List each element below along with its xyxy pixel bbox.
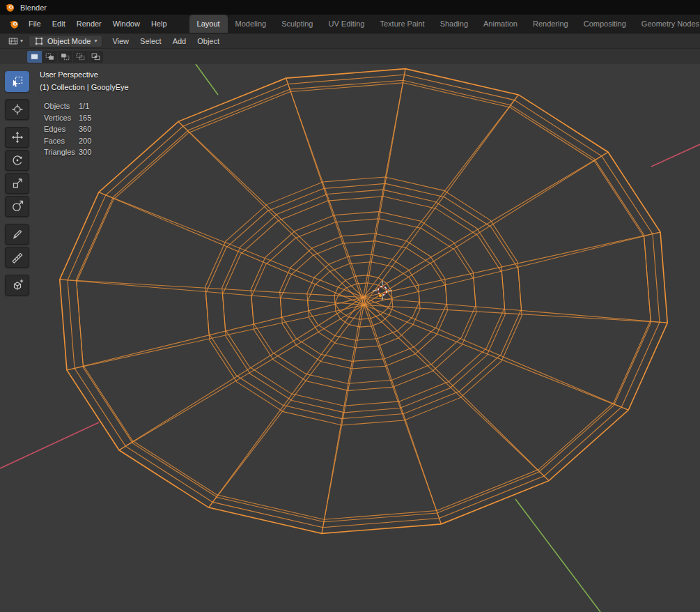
tab-uv-editing[interactable]: UV Editing: [320, 15, 372, 33]
selection-mode-intersect-button[interactable]: [88, 51, 103, 63]
stat-row-vertices: Vertices165: [44, 112, 91, 124]
object-origin-dot: [379, 294, 382, 298]
menu-edit[interactable]: Edit: [47, 15, 71, 33]
axis-y-line: [196, 64, 218, 95]
cursor-tool-icon: [11, 103, 24, 116]
tab-shading[interactable]: Shading: [433, 15, 476, 33]
tool-annotate-button[interactable]: [5, 224, 29, 245]
tool-measure-button[interactable]: [5, 247, 29, 268]
menu-object[interactable]: Object: [192, 33, 225, 49]
stat-row-objects: Objects1/1: [44, 100, 91, 112]
select-set-icon: [29, 52, 40, 62]
wireframe-object[interactable]: [45, 64, 682, 553]
viewport-3d: User Perspective (1) Collection | Googly…: [0, 64, 700, 612]
stat-label: Objects: [44, 100, 79, 112]
statistics-overlay: Objects1/1Vertices165Edges360Faces200Tri…: [44, 100, 91, 158]
object-mode-icon: [34, 36, 44, 46]
measure-icon: [11, 251, 24, 263]
tool-move-button[interactable]: [5, 127, 29, 148]
tab-texture-paint[interactable]: Texture Paint: [372, 15, 432, 33]
tool-rotate-button[interactable]: [5, 150, 29, 171]
axis-lines: [0, 64, 700, 612]
tool-transform-button[interactable]: [5, 196, 29, 217]
mode-label: Object Mode: [47, 37, 91, 45]
topbar: FileEditRenderWindowHelp LayoutModelingS…: [0, 15, 700, 33]
tab-layout[interactable]: Layout: [189, 15, 228, 33]
editor-type-button[interactable]: ▾: [5, 35, 26, 47]
stat-row-triangles: Triangles300: [44, 146, 91, 158]
stat-row-faces: Faces200: [44, 135, 91, 147]
select-invert-icon: [75, 52, 86, 62]
menu-file[interactable]: File: [23, 15, 47, 33]
view-perspective-label: User Perspective: [40, 70, 129, 79]
select-intersect-icon: [91, 52, 101, 62]
window-title: Blender: [20, 3, 47, 12]
mode-dropdown[interactable]: Object Mode ▾: [29, 35, 102, 47]
stat-label: Vertices: [44, 112, 79, 124]
tab-compositing[interactable]: Compositing: [576, 15, 634, 33]
stat-value: 1/1: [79, 100, 89, 112]
stat-value: 300: [79, 146, 91, 158]
tab-sculpting[interactable]: Sculpting: [274, 15, 320, 33]
select-extend-icon: [45, 52, 55, 62]
stat-label: Triangles: [44, 146, 79, 158]
axis-x-line: [651, 144, 700, 167]
window-titlebar: Blender: [0, 0, 700, 15]
stat-value: 360: [79, 123, 91, 135]
viewport-header-menus: ViewSelectAddObject: [107, 33, 225, 49]
chevron-down-icon: ▾: [20, 38, 23, 44]
blender-logo-icon: [5, 2, 15, 13]
box-select-icon: [11, 75, 24, 88]
annotate-icon: [11, 228, 24, 240]
topbar-menus: FileEditRenderWindowHelp: [23, 15, 173, 33]
tool-shelf: [5, 71, 29, 296]
transform-icon: [11, 200, 24, 213]
tool-scale-button[interactable]: [5, 173, 29, 194]
blender-window: Blender FileEditRenderWindowHelp LayoutM…: [0, 0, 700, 612]
tab-modeling[interactable]: Modeling: [228, 15, 274, 33]
chevron-down-icon: ▾: [94, 38, 97, 44]
stat-row-edges: Edges360: [44, 123, 91, 135]
scale-icon: [11, 177, 24, 190]
tab-animation[interactable]: Animation: [476, 15, 525, 33]
selection-mode-group: [27, 51, 103, 63]
rotate-icon: [11, 154, 24, 167]
menu-add[interactable]: Add: [167, 33, 192, 49]
view-info-overlay: User Perspective (1) Collection | Googly…: [40, 70, 129, 91]
blender-logo-icon: [9, 19, 20, 29]
stat-value: 165: [79, 112, 91, 124]
add-cube-icon: [11, 279, 24, 291]
editor-3dview-icon: [8, 36, 19, 47]
select-subtract-icon: [60, 52, 70, 62]
menu-select[interactable]: Select: [134, 33, 167, 49]
viewport-header: ▾ Object Mode ▾ ViewSelectAddObject: [0, 33, 700, 48]
stat-value: 200: [79, 135, 91, 147]
selection-mode-new-button[interactable]: [27, 51, 42, 63]
menu-view[interactable]: View: [107, 33, 134, 49]
tab-geometry-nodes[interactable]: Geometry Nodes: [634, 15, 700, 33]
tool-cursor-button[interactable]: [5, 99, 29, 120]
axis-y-line: [515, 499, 600, 612]
menu-help[interactable]: Help: [146, 15, 173, 33]
tool-select-box-button[interactable]: [5, 71, 29, 92]
selection-mode-invert-button[interactable]: [73, 51, 88, 63]
stat-label: Edges: [44, 123, 79, 135]
tab-rendering[interactable]: Rendering: [525, 15, 576, 33]
selection-mode-subtract-button[interactable]: [58, 51, 72, 63]
collection-context-label: (1) Collection | GooglyEye: [40, 83, 129, 91]
tool-settings-bar: [0, 48, 700, 64]
viewport-3d-canvas[interactable]: [0, 64, 700, 612]
stat-label: Faces: [44, 135, 79, 147]
menu-window[interactable]: Window: [107, 15, 146, 33]
move-icon: [11, 131, 24, 144]
axis-x-line: [0, 422, 99, 468]
tool-add-cube-button[interactable]: [5, 275, 29, 296]
menu-render[interactable]: Render: [71, 15, 107, 33]
workspace-tabs: LayoutModelingSculptingUV EditingTexture…: [189, 15, 700, 33]
selection-mode-extend-button[interactable]: [42, 51, 57, 63]
blender-app-menu-button[interactable]: [6, 15, 23, 33]
